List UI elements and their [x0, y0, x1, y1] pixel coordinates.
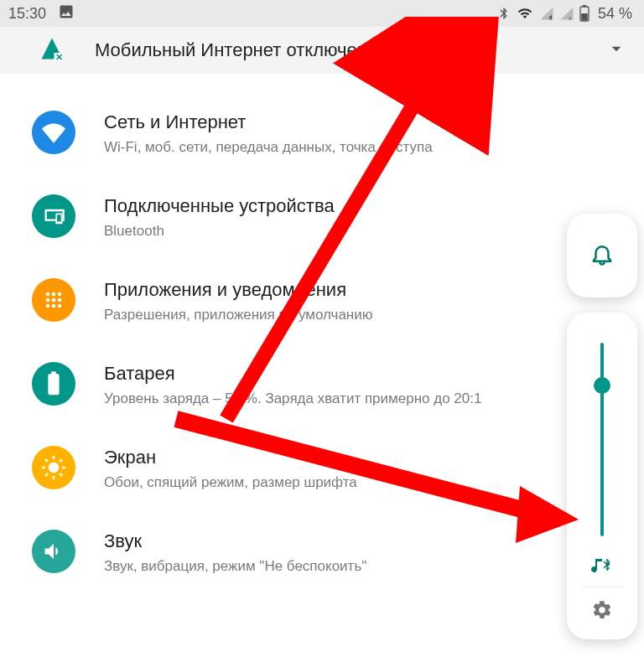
settings-item-label: Экран: [104, 446, 357, 470]
settings-item-sub: Разрешения, приложения по умолчанию: [104, 306, 373, 324]
svg-point-10: [52, 292, 56, 297]
svg-line-25: [45, 459, 48, 462]
battery-settings-icon: [32, 362, 75, 406]
sound-icon: [32, 530, 75, 573]
settings-item-battery[interactable]: Батарея Уровень заряда – 54 %. Заряда хв…: [0, 350, 644, 434]
settings-item-sound[interactable]: Звук Звук, вибрация, режим "Не беспокоит…: [0, 518, 644, 577]
svg-rect-8: [57, 215, 61, 221]
svg-line-26: [60, 473, 62, 476]
chevron-down-icon[interactable]: [605, 38, 627, 63]
settings-item-label: Батарея: [104, 362, 481, 386]
svg-line-28: [60, 459, 62, 462]
settings-item-label: Сеть и Интернет: [104, 111, 433, 135]
svg-point-9: [46, 292, 50, 297]
settings-item-label: Приложения и уведомления: [104, 278, 373, 303]
signal2-icon: x: [559, 6, 574, 21]
svg-point-15: [46, 304, 50, 308]
svg-rect-3: [583, 5, 586, 7]
settings-item-sub: Обои, спящий режим, размер шрифта: [104, 473, 357, 492]
signal1-icon: x: [539, 6, 554, 21]
mobile-data-banner[interactable]: ✕ Мобильный Интернет отключен: [0, 27, 644, 74]
connected-devices-icon: [32, 194, 75, 238]
network-icon: [32, 111, 75, 154]
divider: [581, 587, 623, 587]
battery-percent: 54 %: [598, 5, 632, 23]
settings-item-apps[interactable]: Приложения и уведомления Разрешения, при…: [0, 266, 644, 350]
svg-rect-4: [581, 13, 588, 20]
svg-point-12: [46, 298, 50, 303]
status-left: 15:30: [8, 3, 75, 24]
image-icon: [58, 3, 75, 24]
settings-item-sub: Wi-Fi, моб. сети, передача данных, точка…: [104, 138, 433, 157]
svg-rect-18: [48, 374, 59, 395]
settings-item-network[interactable]: Сеть и Интернет Wi-Fi, моб. сети, переда…: [0, 99, 644, 183]
svg-point-13: [52, 298, 56, 303]
status-right: x x 54 %: [497, 5, 632, 23]
settings-item-label: Подключенные устройства: [104, 194, 335, 219]
svg-point-17: [58, 304, 62, 308]
settings-item-display[interactable]: Экран Обои, спящий режим, размер шрифта: [0, 434, 644, 518]
settings-item-sub: Bluetooth: [104, 222, 335, 240]
battery-icon: [579, 5, 589, 22]
volume-slider[interactable]: [600, 343, 604, 536]
banner-title: Мобильный Интернет отключен: [95, 39, 605, 61]
ringer-mode-button[interactable]: [567, 214, 637, 297]
status-bar: 15:30 x x 54 %: [0, 0, 644, 27]
svg-line-27: [45, 473, 48, 476]
settings-item-sub: Звук, вибрация, режим "Не беспокоить": [104, 557, 366, 576]
bluetooth-icon: [497, 6, 511, 21]
display-icon: [32, 446, 75, 489]
volume-panel: [567, 214, 637, 639]
svg-text:✕: ✕: [55, 52, 63, 61]
settings-item-label: Звук: [104, 530, 366, 554]
settings-list: Сеть и Интернет Wi-Fi, моб. сети, переда…: [0, 74, 644, 577]
svg-point-16: [52, 304, 56, 308]
music-bluetooth-icon[interactable]: [589, 555, 615, 582]
volume-slider-card: [567, 313, 637, 639]
settings-item-sub: Уровень заряда – 54 %. Заряда хватит при…: [104, 390, 481, 408]
svg-point-14: [58, 298, 62, 303]
mobile-data-off-icon: ✕: [38, 36, 66, 65]
svg-rect-19: [51, 371, 55, 375]
volume-slider-thumb[interactable]: [594, 377, 610, 394]
svg-point-20: [49, 463, 60, 473]
settings-item-connected-devices[interactable]: Подключенные устройства Bluetooth: [0, 183, 644, 266]
svg-point-11: [58, 292, 62, 297]
apps-icon: [32, 278, 75, 322]
gear-icon[interactable]: [591, 599, 613, 624]
status-time: 15:30: [8, 5, 46, 23]
bell-icon: [589, 241, 615, 270]
wifi-icon: [516, 6, 534, 21]
